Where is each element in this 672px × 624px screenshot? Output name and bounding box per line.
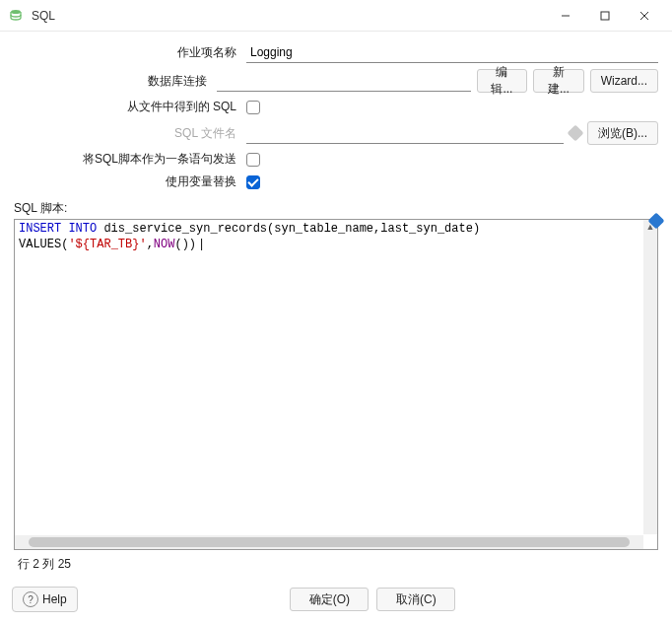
status-cursor: 行 2 列 25 <box>14 550 658 579</box>
sql-values-kw: VALUES( <box>19 238 68 251</box>
app-icon <box>8 8 24 24</box>
row-send-single: 将SQL脚本作为一条语句发送 <box>14 151 658 168</box>
sql-string-literal: '${TAR_TB}' <box>68 238 146 251</box>
sql-col1: syn_table_name <box>274 222 373 236</box>
wizard-button[interactable]: Wizard... <box>590 69 658 93</box>
close-button[interactable] <box>625 2 664 30</box>
editor-vertical-scrollbar[interactable]: ▲ <box>643 220 657 534</box>
label-sql-filename: SQL 文件名 <box>14 125 240 142</box>
label-job-name: 作业项名称 <box>14 44 240 61</box>
sql-editor-wrap: INSERT INTO dis_service_syn_records(syn_… <box>14 219 658 550</box>
row-sql-filename: SQL 文件名 浏览(B)... <box>14 121 658 145</box>
row-var-subst: 使用变量替换 <box>14 173 658 190</box>
sql-script-label: SQL 脚本: <box>14 200 658 217</box>
help-label: Help <box>42 592 67 606</box>
maximize-button[interactable] <box>585 2 625 30</box>
sql-now-fn: NOW <box>154 238 175 251</box>
sql-tail: ()) <box>174 238 196 251</box>
svg-point-0 <box>11 10 21 14</box>
job-name-input[interactable] <box>246 41 658 63</box>
titlebar: SQL <box>0 0 672 32</box>
cancel-button[interactable]: 取消(C) <box>376 588 455 611</box>
row-job-name: 作业项名称 <box>14 41 658 63</box>
db-connection-input[interactable] <box>217 70 471 92</box>
variable-indicator-icon <box>568 125 584 142</box>
label-db-connection: 数据库连接 <box>14 73 211 90</box>
sql-col2: last_syn_date <box>380 222 473 236</box>
sql-closeparen: ) <box>473 222 480 236</box>
sql-from-file-checkbox[interactable] <box>246 101 260 114</box>
sql-filename-input[interactable] <box>246 122 564 144</box>
label-send-single: 将SQL脚本作为一条语句发送 <box>14 151 240 168</box>
sql-table: dis_service_syn_records <box>97 222 267 236</box>
label-sql-from-file: 从文件中得到的 SQL <box>14 99 240 115</box>
edit-button[interactable]: 编辑... <box>477 69 527 93</box>
label-var-subst: 使用变量替换 <box>14 173 240 190</box>
sql-editor[interactable]: INSERT INTO dis_service_syn_records(syn_… <box>14 219 658 550</box>
content: 作业项名称 数据库连接 编辑... 新建... Wizard... 从文件中得到… <box>0 32 672 579</box>
browse-button[interactable]: 浏览(B)... <box>587 121 658 145</box>
svg-rect-2 <box>601 12 609 20</box>
minimize-button[interactable] <box>546 2 585 30</box>
window-title: SQL <box>32 9 546 23</box>
row-sql-from-file: 从文件中得到的 SQL <box>14 99 658 115</box>
new-button[interactable]: 新建... <box>533 69 583 93</box>
send-single-checkbox[interactable] <box>246 153 260 167</box>
text-cursor: | <box>198 238 205 251</box>
sql-keyword-insert: INSERT INTO <box>19 222 97 236</box>
help-button[interactable]: ? Help <box>12 587 78 612</box>
sql-comma2: , <box>147 238 154 251</box>
var-subst-checkbox[interactable] <box>246 175 260 189</box>
ok-button[interactable]: 确定(O) <box>290 588 369 611</box>
editor-horizontal-scrollbar[interactable] <box>15 535 643 549</box>
help-icon: ? <box>23 591 38 607</box>
footer: ? Help 确定(O) 取消(C) <box>0 579 672 624</box>
scroll-thumb[interactable] <box>29 537 630 547</box>
row-db-connection: 数据库连接 编辑... 新建... Wizard... <box>14 69 658 93</box>
